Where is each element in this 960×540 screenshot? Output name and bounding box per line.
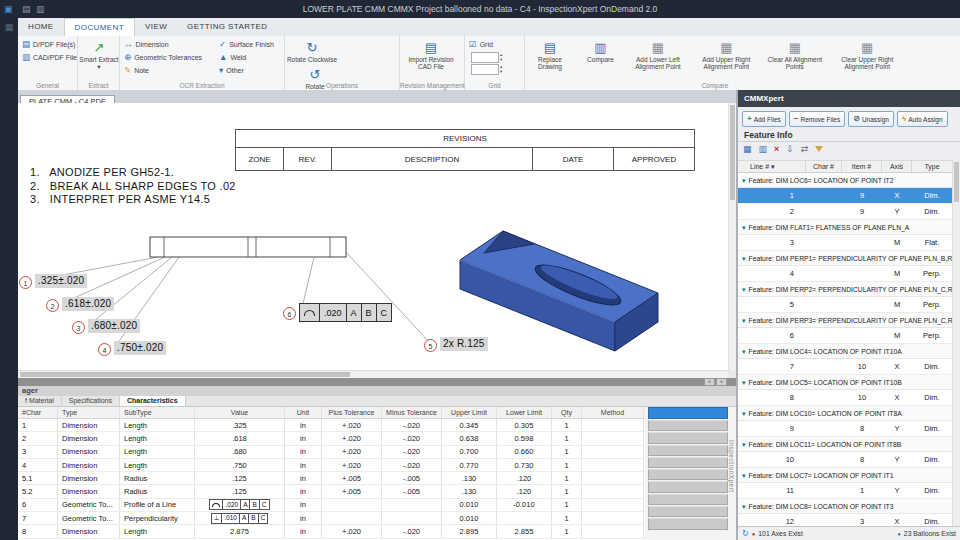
column-header-method[interactable]: Method [582,407,644,418]
import-revision-cad-file-button[interactable]: ▤ Import Revision CAD File [400,38,462,72]
table-row[interactable]: 6Geometric To...Profile of a Line.020ABC… [18,499,645,512]
table-row[interactable]: 5.1DimensionRadius.125in+.005-.005.130.1… [18,472,645,485]
mini-grid-header-cell[interactable] [648,407,728,419]
balloon-2[interactable]: 2 [46,299,59,312]
feature-group-row[interactable]: ▾Feature: DIM LOC8= LOCATION OF POINT IT… [738,499,952,514]
grid-size-stepper-1[interactable]: ▴▾ [471,52,518,63]
tab-home[interactable]: HOME [18,18,64,36]
tab-document[interactable]: DOCUMENT [64,18,135,36]
dimension-label-3[interactable]: .680±.020 [88,319,140,333]
scrollbar-thumb[interactable] [954,162,959,202]
weld-button[interactable]: ▲ Weld [215,51,283,64]
stepper-value-box[interactable] [471,52,499,63]
stepper-value-box[interactable] [471,64,499,75]
other-button[interactable]: ▾ Other [215,64,283,77]
add-upper-right-alignment-point-button[interactable]: ▦ Add Upper Right Alignment Point [694,38,758,72]
feature-group-row[interactable]: ▾Feature: DIM PERP1= PERPENDICULARITY OF… [738,251,952,266]
feature-group-row[interactable]: ▾Feature: DIM LOC11= LOCATION OF POINT I… [738,437,952,452]
mini-grid-cell[interactable] [648,518,728,529]
dimension-label-4[interactable]: .750±.020 [114,341,166,355]
filter-arrow-icon[interactable]: ▾ [771,163,775,170]
feature-list-scrollbar[interactable] [952,160,960,526]
feature-value-row[interactable]: 710XDim. [738,359,952,375]
table-row[interactable]: 1DimensionLength.325in+.020-.0200.3450.3… [18,419,645,432]
feature-value-row[interactable]: 4MPerp. [738,266,952,282]
note-button[interactable]: ✎ Note [120,64,215,77]
rotate-clockwise-button[interactable]: ↻ Rotate Clockwise [285,38,339,65]
table-row[interactable]: 7Geometric To...Perpendicularity⊥.010ABC… [18,512,645,525]
feature-group-row[interactable]: ▾Feature: DIM LOC7= LOCATION OF POINT IT… [738,468,952,483]
feature-group-row[interactable]: ▾Feature: DIM FLAT1= FLATNESS OF PLANE P… [738,220,952,235]
feature-value-row[interactable]: 3MFlat. [738,235,952,251]
column-header-type[interactable]: Type [912,161,952,172]
dimension-label-2[interactable]: .618±.020 [62,297,114,311]
expand-icon[interactable]: ▾ [742,468,746,483]
tab-characteristics[interactable]: Characteristics [120,396,186,406]
dimension-button[interactable]: ↔ Dimension [120,38,215,51]
column-header-qty[interactable]: Qty [552,407,582,418]
feature-table-icon[interactable]: ▦ [743,143,752,155]
splitter-expand-up-button[interactable]: ˄ [704,378,715,386]
expand-icon[interactable]: ▾ [742,220,746,235]
collapsed-panel-tab[interactable]: InspectionXpert [728,440,735,493]
mini-grid-cell[interactable] [648,469,728,480]
feature-value-row[interactable]: 108YDim. [738,452,952,468]
column-header-lower-limit[interactable]: Lower Limit [497,407,552,418]
mini-grid-cell[interactable] [648,432,728,443]
expand-icon[interactable]: ▾ [742,375,746,390]
report-table-icon[interactable]: ▥ [759,143,768,155]
compare-button[interactable]: ▥ Compare [579,38,621,65]
geometric-tolerances-button[interactable]: ⊕ Geometric Tolerances [120,51,215,64]
column-header-subtype[interactable]: SubType [120,407,195,418]
drawing-vertical-scrollbar[interactable] [728,103,736,370]
add-cad-pdf-files-button[interactable]: ▤ D/PDF File(s) [18,38,77,51]
expand-icon[interactable]: ▾ [742,344,746,359]
feature-value-row[interactable]: 123XDim. [738,514,952,526]
feature-group-row[interactable]: ▾Feature: DIM LOC6= LOCATION OF POINT IT… [738,173,952,188]
replace-drawing-button[interactable]: ▤ Replace Drawing [525,38,575,72]
add-lower-left-alignment-point-button[interactable]: ▦ Add Lower Left Alignment Point [626,38,690,72]
feature-group-row[interactable]: ▾Feature: DIM LOC5= LOCATION OF POINT IT… [738,375,952,390]
balloon-3[interactable]: 3 [72,321,85,334]
mini-grid-cell[interactable] [648,481,728,492]
spinner-down-icon[interactable]: ▾ [500,70,502,75]
balloon-1[interactable]: 1 [19,276,32,289]
feature-group-row[interactable]: ▾Feature: DIM PERP3= PERPENDICULARITY OF… [738,313,952,328]
balloon-4[interactable]: 4 [98,343,111,356]
panel-splitter[interactable]: ˄ ˅ [18,378,736,386]
feature-value-row[interactable]: 810XDim. [738,390,952,406]
spinner-down-icon[interactable]: ▾ [500,58,502,63]
grid-checkbox[interactable]: ☑ Grid [465,38,524,51]
feature-group-row[interactable]: ▾Feature: DIM LOC4= LOCATION OF POINT IT… [738,344,952,359]
unassign-button[interactable]: ⊘ Unassign [848,111,894,127]
clear-all-alignment-points-button[interactable]: ▦ Clear All Alignment Points [763,38,827,72]
feature-value-row[interactable]: 19XDim. [738,188,952,204]
column-header-type[interactable]: Type [58,407,120,418]
swap-axes-icon[interactable]: ⇄ [801,143,809,155]
column-header-upper-limit[interactable]: Upper Limit [442,407,497,418]
feature-value-row[interactable]: 98YDim. [738,421,952,437]
dimension-label-1[interactable]: .325±.020 [35,274,87,288]
mini-grid-cell[interactable] [648,494,728,505]
balloon-6[interactable]: 6 [283,307,296,320]
expand-icon[interactable]: ▾ [742,406,746,421]
column-header-item[interactable]: Item # [842,161,882,172]
feature-group-row[interactable]: ▾Feature: DIM PERP2= PERPENDICULARITY OF… [738,282,952,297]
grid-size-stepper-2[interactable]: ▴▾ [471,64,518,75]
table-row[interactable]: 4DimensionLength.750in+.020-.0200.7700.7… [18,459,645,472]
feature-value-row[interactable]: 111YDim. [738,483,952,499]
column-header-value[interactable]: Value [195,407,285,418]
scrollbar-thumb[interactable] [730,105,735,200]
feature-value-row[interactable]: 6MPerp. [738,328,952,344]
balloon-5[interactable]: 5 [424,339,437,352]
column-header--char[interactable]: #Char [18,407,58,418]
expand-icon[interactable]: ▾ [742,173,746,188]
feature-group-row[interactable]: ▾Feature: DIM LOC10= LOCATION OF POINT I… [738,406,952,421]
feature-value-row[interactable]: 29YDim. [738,204,952,220]
table-row[interactable]: 2DimensionLength.618in+.020-.0200.6380.5… [18,432,645,445]
auto-assign-button[interactable]: ϟ Auto Assign [897,111,948,127]
drawing-canvas[interactable]: 1. ANODIZE PER GH52-1.2. BREAK ALL SHARP… [18,103,728,370]
expand-icon[interactable]: ▾ [742,499,746,514]
export-icon[interactable]: ⇩ [786,143,794,155]
column-header-axis[interactable]: Axis [882,161,912,172]
